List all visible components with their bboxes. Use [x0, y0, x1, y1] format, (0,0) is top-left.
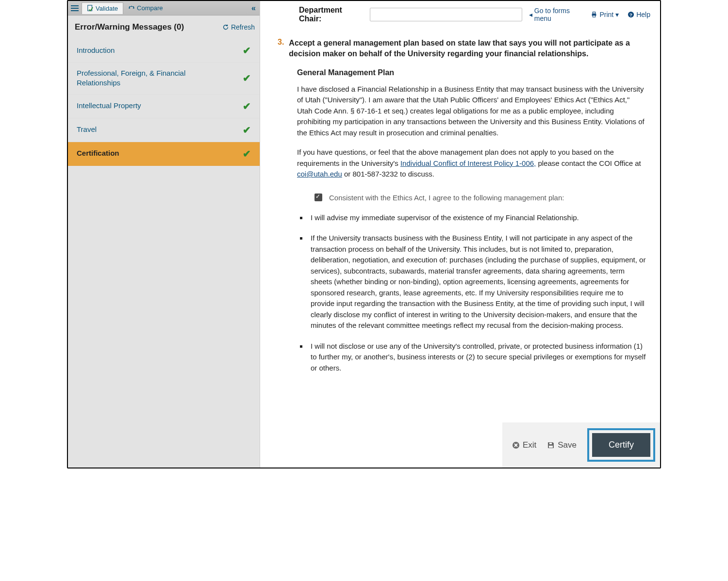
paragraph-1: I have disclosed a Financial Relationshi…	[297, 84, 646, 139]
forms-menu-label: Go to forms menu	[534, 7, 582, 22]
svg-rect-7	[549, 446, 553, 448]
forms-menu-link[interactable]: ◂ Go to forms menu	[529, 7, 582, 22]
bullet-item: I will advise my immediate supervisor of…	[308, 212, 646, 224]
sidebar-item-introduction[interactable]: Introduction ✔	[68, 39, 260, 63]
app-frame: Validate Compare « Error/Warning Message…	[67, 0, 661, 468]
validate-icon	[87, 5, 94, 12]
collapse-sidebar-icon[interactable]: «	[251, 4, 256, 13]
check-icon: ✔	[243, 100, 251, 112]
check-icon: ✔	[243, 72, 251, 84]
refresh-label: Refresh	[231, 23, 255, 31]
error-warning-title: Error/Warning Messages (0)	[75, 22, 184, 32]
dept-chair-label: Department Chair:	[299, 6, 363, 23]
nav-list: Introduction ✔ Professional, Foreign, & …	[68, 39, 260, 166]
check-icon: ✔	[243, 148, 251, 160]
paragraph-2: If you have questions, or feel that the …	[297, 147, 646, 180]
tab-compare-label: Compare	[137, 4, 163, 12]
print-button[interactable]: Print ▾	[591, 11, 619, 18]
bullet-item: If the University transacts business wit…	[308, 233, 646, 331]
help-button[interactable]: ? Help	[628, 11, 650, 18]
sidebar-item-travel[interactable]: Travel ✔	[68, 118, 260, 142]
agree-text: Consistent with the Ethics Act, I agree …	[329, 194, 564, 202]
refresh-icon	[222, 24, 229, 31]
para2-c: or 801-587-3232 to discuss.	[342, 170, 434, 178]
svg-rect-8	[549, 443, 552, 444]
agree-checkbox[interactable]	[314, 194, 322, 201]
sidebar-item-label: Certification	[77, 148, 119, 158]
sidebar: Validate Compare « Error/Warning Message…	[68, 1, 260, 468]
save-icon	[547, 441, 555, 449]
footer: Exit Save Certify	[502, 422, 660, 468]
menu-icon[interactable]	[71, 5, 82, 11]
certify-highlight: Certify	[587, 428, 655, 462]
help-icon: ?	[628, 11, 634, 18]
bullet-item: I will not disclose or use any of the Un…	[308, 341, 646, 374]
sidebar-item-label: Intellectual Property	[77, 101, 141, 111]
agree-row: Consistent with the Ethics Act, I agree …	[314, 194, 646, 202]
main-panel: Department Chair: ◂ Go to forms menu Pri…	[260, 1, 660, 468]
topbar: Department Chair: ◂ Go to forms menu Pri…	[260, 1, 660, 28]
question-row: 3. Accept a general management plan base…	[278, 38, 646, 60]
toplinks: ◂ Go to forms menu Print ▾ ? Help	[529, 7, 650, 22]
policy-link[interactable]: Individual Conflict of Interest Policy 1…	[400, 159, 536, 167]
print-label: Print	[599, 11, 613, 18]
svg-rect-3	[593, 16, 596, 17]
compare-icon	[128, 5, 135, 12]
sidebar-item-professional[interactable]: Professional, Foreign, & Financial Relat…	[68, 63, 260, 95]
bullet-list: I will advise my immediate supervisor of…	[308, 212, 646, 374]
check-icon: ✔	[243, 124, 251, 136]
refresh-button[interactable]: Refresh	[222, 23, 255, 31]
exit-button[interactable]: Exit	[512, 440, 536, 450]
certify-button[interactable]: Certify	[592, 433, 650, 457]
svg-text:?: ?	[629, 12, 632, 17]
email-link[interactable]: coi@utah.edu	[297, 170, 342, 178]
sub-heading: General Management Plan	[297, 68, 646, 77]
sidebar-item-label: Introduction	[77, 46, 115, 55]
tab-validate[interactable]: Validate	[82, 2, 123, 14]
help-label: Help	[636, 11, 650, 18]
chevron-down-icon: ▾	[615, 11, 619, 18]
sidebar-item-certification[interactable]: Certification ✔	[68, 142, 260, 166]
svg-rect-2	[593, 12, 596, 14]
sidebar-item-ip[interactable]: Intellectual Property ✔	[68, 95, 260, 118]
content-area: 3. Accept a general management plan base…	[260, 28, 660, 468]
error-header: Error/Warning Messages (0) Refresh	[68, 16, 260, 39]
save-label: Save	[558, 440, 577, 450]
check-icon: ✔	[243, 45, 251, 56]
tab-compare[interactable]: Compare	[123, 2, 167, 14]
chevron-left-icon: ◂	[529, 11, 532, 18]
save-button[interactable]: Save	[547, 440, 577, 450]
tabbar: Validate Compare «	[68, 1, 260, 16]
print-icon	[591, 11, 597, 18]
sidebar-item-label: Travel	[77, 125, 97, 134]
sidebar-item-label: Professional, Foreign, & Financial Relat…	[77, 68, 203, 88]
close-icon	[512, 441, 520, 449]
para2-b: please contact the COI Office at	[536, 159, 641, 167]
dept-chair-input[interactable]	[370, 8, 522, 21]
exit-label: Exit	[523, 440, 536, 450]
question-number: 3.	[278, 38, 284, 60]
question-text: Accept a general management plan based o…	[289, 38, 646, 60]
tab-validate-label: Validate	[96, 5, 118, 12]
